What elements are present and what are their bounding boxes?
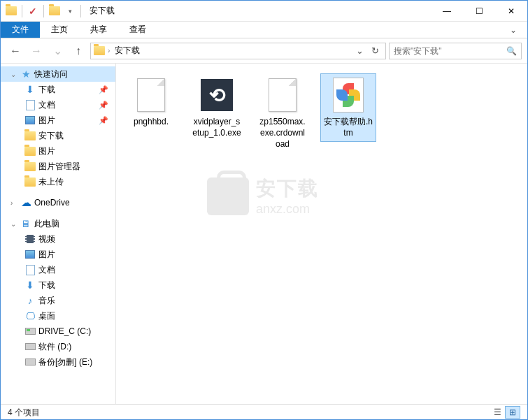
sidebar-item-pictures2[interactable]: 图片 xyxy=(1,143,115,159)
folder-icon xyxy=(24,145,36,157)
pin-icon: 📌 xyxy=(99,85,108,94)
drive-icon xyxy=(24,326,36,337)
view-details-button[interactable]: ☰ xyxy=(490,406,505,419)
sidebar-item-label: 图片 xyxy=(38,145,55,157)
address-dropdown-button[interactable]: ⌄ xyxy=(352,43,367,59)
folder-icon xyxy=(24,176,36,187)
drive-icon xyxy=(24,356,36,368)
sidebar-item-label: 快速访问 xyxy=(34,68,68,80)
tab-file[interactable]: 文件 xyxy=(1,22,40,38)
sidebar-item-downloads2[interactable]: ⬇ 下载 xyxy=(1,277,115,293)
sidebar-item-documents[interactable]: 文档 📌 xyxy=(1,97,115,113)
sidebar-item-downloads[interactable]: ⬇ 下载 📌 xyxy=(1,82,115,97)
file-item[interactable]: zp1550max.exe.crdownload xyxy=(255,73,311,154)
sidebar-item-drive-c[interactable]: DRIVE_C (C:) xyxy=(1,324,115,339)
download-icon: ⬇ xyxy=(24,84,36,95)
tab-share[interactable]: 共享 xyxy=(79,22,118,38)
file-label: 安下载帮助.htm xyxy=(324,116,373,138)
sidebar-item-label: 文档 xyxy=(38,264,55,276)
sidebar-item-documents2[interactable]: 文档 xyxy=(1,262,115,277)
sidebar-quick-access[interactable]: ⌄ ★ 快速访问 xyxy=(1,66,115,82)
properties-check-icon[interactable]: ✓ xyxy=(27,5,39,17)
sidebar-item-label: 图片 xyxy=(38,115,55,126)
file-thumbnail xyxy=(133,77,169,113)
sidebar-item-picmanager[interactable]: 图片管理器 xyxy=(1,159,115,174)
current-folder-icon[interactable] xyxy=(48,5,61,17)
music-icon: ♪ xyxy=(24,295,36,306)
star-icon: ★ xyxy=(20,68,31,80)
video-icon xyxy=(24,233,36,245)
titlebar: ✓ ▾ 安下载 — ☐ ✕ xyxy=(1,1,527,22)
close-button[interactable]: ✕ xyxy=(495,1,527,22)
app-folder-icon[interactable] xyxy=(5,5,17,17)
download-icon: ⬇ xyxy=(24,280,36,291)
folder-icon xyxy=(24,130,36,141)
sidebar-item-videos[interactable]: 视频 xyxy=(1,231,115,247)
chevron-right-icon[interactable]: › xyxy=(108,47,110,55)
file-item-selected[interactable]: 安下载帮助.htm xyxy=(320,73,376,142)
watermark-icon xyxy=(207,178,249,215)
sidebar-item-label: 桌面 xyxy=(38,310,55,322)
file-item[interactable]: ⟲ xvidplayer_setup_1.0.exe xyxy=(189,73,245,142)
forward-button[interactable]: → xyxy=(27,42,45,60)
up-button[interactable]: ↑ xyxy=(69,42,87,60)
qat-dropdown-icon[interactable]: ▾ xyxy=(64,5,76,17)
address-bar-row: ← → ⌄ ↑ › 安下载 ⌄ ↻ 🔍 xyxy=(1,38,527,64)
sidebar-onedrive[interactable]: › ☁ OneDrive xyxy=(1,195,115,210)
ribbon-expand-button[interactable]: ⌄ xyxy=(499,22,527,38)
sidebar-item-desktop[interactable]: 🖵 桌面 xyxy=(1,308,115,324)
search-box[interactable]: 🔍 xyxy=(389,43,522,59)
sidebar-item-label: 音乐 xyxy=(38,295,55,307)
sidebar-item-unuploaded[interactable]: 未上传 xyxy=(1,174,115,189)
view-icons-button[interactable]: ⊞ xyxy=(505,406,520,419)
breadcrumb-current[interactable]: 安下载 xyxy=(113,45,142,57)
search-input[interactable] xyxy=(394,46,504,56)
sidebar-item-drive-d[interactable]: 软件 (D:) xyxy=(1,339,115,354)
watermark: 安下载 anxz.com xyxy=(207,175,319,217)
refresh-button[interactable]: ↻ xyxy=(367,43,383,59)
sidebar-item-anxiazai[interactable]: 安下载 xyxy=(1,128,115,143)
sidebar-this-pc[interactable]: ⌄ 🖥 此电脑 xyxy=(1,216,115,231)
folder-icon xyxy=(24,161,36,172)
sidebar-item-label: 软件 (D:) xyxy=(38,341,71,353)
drive-icon xyxy=(24,341,36,352)
sidebar-item-label: 未上传 xyxy=(38,176,64,188)
sidebar-item-label: OneDrive xyxy=(34,198,70,208)
status-bar: 4 个项目 ☰ ⊞ xyxy=(1,404,527,420)
back-button[interactable]: ← xyxy=(6,42,24,60)
search-icon[interactable]: 🔍 xyxy=(506,46,517,56)
sidebar-item-music[interactable]: ♪ 音乐 xyxy=(1,293,115,308)
watermark-text-cn: 安下载 xyxy=(256,175,319,202)
separator xyxy=(22,5,22,17)
sidebar-item-drive-e[interactable]: 备份[勿删] (E:) xyxy=(1,354,115,370)
tab-view[interactable]: 查看 xyxy=(118,22,157,38)
sidebar-item-label: 图片管理器 xyxy=(38,161,80,173)
sidebar-item-label: 视频 xyxy=(38,233,55,245)
window-title: 安下载 xyxy=(90,5,115,17)
caption-buttons: — ☐ ✕ xyxy=(431,1,527,22)
quick-access-toolbar: ✓ ▾ 安下载 xyxy=(1,5,115,17)
pin-icon: 📌 xyxy=(99,116,108,125)
address-bar[interactable]: › 安下载 ⌄ ↻ xyxy=(90,43,386,59)
navigation-pane[interactable]: ⌄ ★ 快速访问 ⬇ 下载 📌 文档 📌 图片 📌 安下载 图片 xyxy=(1,64,116,404)
picture-icon xyxy=(24,249,36,260)
caret-icon[interactable]: ⌄ xyxy=(10,71,17,78)
content-pane[interactable]: pnghhbd. ⟲ xvidplayer_setup_1.0.exe zp15… xyxy=(116,64,527,404)
file-label: pnghhbd. xyxy=(134,116,169,127)
history-dropdown[interactable]: ⌄ xyxy=(48,42,66,60)
address-folder-icon xyxy=(94,45,105,57)
file-item[interactable]: pnghhbd. xyxy=(123,73,179,131)
sidebar-item-label: 备份[勿删] (E:) xyxy=(38,356,92,368)
sidebar-item-pictures3[interactable]: 图片 xyxy=(1,247,115,262)
pin-icon: 📌 xyxy=(99,101,108,110)
maximize-button[interactable]: ☐ xyxy=(463,1,495,22)
document-icon xyxy=(24,264,36,275)
minimize-button[interactable]: — xyxy=(431,1,463,22)
tab-home[interactable]: 主页 xyxy=(40,22,79,38)
cloud-icon: ☁ xyxy=(20,197,31,208)
separator xyxy=(80,5,81,17)
caret-icon[interactable]: › xyxy=(10,199,17,207)
sidebar-item-label: 此电脑 xyxy=(34,218,59,230)
sidebar-item-pictures[interactable]: 图片 📌 xyxy=(1,113,115,128)
caret-icon[interactable]: ⌄ xyxy=(10,220,17,228)
